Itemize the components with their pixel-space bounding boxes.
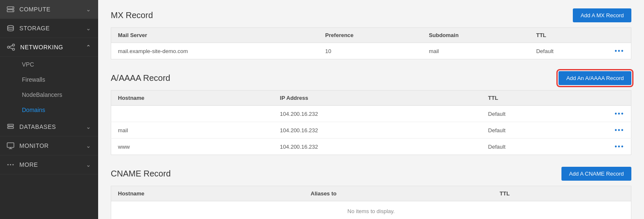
mx-record-header: MX Record Add A MX Record (111, 8, 631, 22)
aaaaa-record-header: A/AAAA Record Add An A/AAAA Record (111, 71, 631, 85)
sub-label-vpc: VPC (22, 61, 34, 68)
svg-point-19 (13, 164, 14, 166)
cname-record-table: Hostname Aliases to TTL No items to disp… (111, 186, 631, 219)
aaaaa-row-actions-1[interactable]: ••• (606, 106, 631, 122)
row-options-menu[interactable]: ••• (615, 143, 624, 150)
server-icon (7, 5, 14, 13)
row-options-menu[interactable]: ••• (615, 110, 624, 117)
mx-record-table: Mail Server Preference Subdomain TTL mai… (111, 27, 631, 59)
mx-subdomain: mail (422, 43, 529, 59)
sidebar-sub-item-domains[interactable]: Domains (0, 102, 98, 118)
main-content: MX Record Add A MX Record Mail Server Pr… (98, 0, 644, 219)
networking-icon (7, 43, 15, 51)
cname-empty-message: No items to display. (111, 201, 631, 219)
mx-col-actions (606, 28, 631, 43)
cname-col-actions (606, 186, 631, 201)
svg-point-6 (13, 44, 15, 46)
svg-point-18 (10, 164, 11, 166)
sidebar-label-databases: DATABASES (19, 123, 56, 130)
sidebar-item-databases[interactable]: DATABASES ⌄ (0, 118, 98, 136)
mx-preference: 10 (318, 43, 422, 59)
sub-label-nodebalancers: NodeBalancers (22, 91, 62, 98)
svg-point-7 (13, 48, 15, 51)
aaaaa-record-table: Hostname IP Address TTL 104.200.16.232 D… (111, 90, 631, 155)
svg-point-3 (12, 11, 13, 11)
aaaaa-record-title: A/AAAA Record (111, 73, 170, 83)
aaaaa-ip-1: 104.200.16.232 (273, 106, 481, 122)
mx-col-subdomain: Subdomain (422, 28, 529, 43)
cname-col-aliases: Aliases to (304, 186, 493, 201)
svg-rect-10 (8, 124, 13, 126)
sub-label-firewalls: Firewalls (22, 76, 45, 83)
svg-line-8 (10, 45, 13, 47)
chevron-down-icon: ⌄ (86, 123, 91, 130)
cname-empty-row: No items to display. (111, 201, 631, 219)
mx-row-actions[interactable]: ••• (606, 43, 631, 59)
sidebar-item-storage[interactable]: STORAGE ⌄ (0, 19, 98, 38)
aaaaa-hostname-1 (111, 106, 273, 122)
aaaaa-record-section: A/AAAA Record Add An A/AAAA Record Hostn… (111, 71, 631, 155)
more-icon (7, 161, 14, 168)
svg-rect-14 (7, 143, 14, 147)
mx-ttl: Default (529, 43, 606, 59)
chevron-up-icon: ⌃ (86, 44, 91, 51)
add-aaaaa-record-button[interactable]: Add An A/AAAA Record (558, 71, 631, 85)
mx-mail-server: mail.example-site-demo.com (111, 43, 319, 59)
aaaaa-col-hostname: Hostname (111, 91, 273, 106)
chevron-down-icon: ⌄ (86, 25, 91, 32)
sidebar-item-more[interactable]: MORE ⌄ (0, 155, 98, 174)
sidebar-label-compute: COMPUTE (19, 6, 51, 13)
svg-point-4 (8, 26, 13, 28)
databases-icon (7, 123, 14, 131)
row-options-menu[interactable]: ••• (615, 126, 624, 134)
mx-col-mail-server: Mail Server (111, 28, 319, 43)
sidebar-sub-item-nodebalancers[interactable]: NodeBalancers (0, 87, 98, 102)
row-options-menu[interactable]: ••• (615, 47, 624, 54)
svg-line-9 (10, 48, 13, 49)
sidebar-label-more: MORE (19, 161, 38, 168)
sub-label-domains: Domains (22, 107, 45, 113)
chevron-down-icon: ⌄ (86, 142, 91, 149)
table-row: 104.200.16.232 Default ••• (111, 106, 631, 122)
svg-point-2 (12, 8, 13, 8)
chevron-down-icon: ⌄ (86, 6, 91, 13)
aaaaa-ip-2: 104.200.16.232 (273, 122, 481, 139)
chevron-down-icon: ⌄ (86, 161, 91, 168)
sidebar-label-storage: STORAGE (19, 25, 50, 32)
mx-record-title: MX Record (111, 11, 153, 20)
table-row: mail.example-site-demo.com 10 mail Defau… (111, 43, 631, 59)
cname-col-hostname: Hostname (111, 186, 304, 201)
cname-record-header: CNAME Record Add A CNAME Record (111, 167, 631, 181)
svg-point-17 (8, 164, 9, 166)
svg-rect-11 (8, 127, 13, 128)
cname-col-ttl: TTL (493, 186, 606, 201)
aaaaa-col-ip: IP Address (273, 91, 481, 106)
mx-col-preference: Preference (318, 28, 422, 43)
aaaaa-ttl-3: Default (481, 139, 606, 155)
aaaaa-col-ttl: TTL (481, 91, 606, 106)
cname-record-title: CNAME Record (111, 169, 171, 179)
table-row: www 104.200.16.232 Default ••• (111, 139, 631, 155)
aaaaa-row-actions-2[interactable]: ••• (606, 122, 631, 139)
aaaaa-ip-3: 104.200.16.232 (273, 139, 481, 155)
table-row: mail 104.200.16.232 Default ••• (111, 122, 631, 139)
mx-record-section: MX Record Add A MX Record Mail Server Pr… (111, 8, 631, 59)
svg-point-5 (8, 46, 10, 48)
aaaaa-hostname-2: mail (111, 122, 273, 139)
aaaaa-hostname-3: www (111, 139, 273, 155)
add-mx-record-button[interactable]: Add A MX Record (573, 8, 631, 22)
aaaaa-row-actions-3[interactable]: ••• (606, 139, 631, 155)
mx-col-ttl: TTL (529, 28, 606, 43)
sidebar: COMPUTE ⌄ STORAGE ⌄ NETWORKING ⌃ (0, 0, 98, 219)
sidebar-sub-item-vpc[interactable]: VPC (0, 57, 98, 72)
sidebar-item-compute[interactable]: COMPUTE ⌄ (0, 0, 98, 19)
aaaaa-col-actions (606, 91, 631, 106)
add-cname-record-button[interactable]: Add A CNAME Record (561, 167, 631, 181)
storage-icon (7, 24, 14, 32)
sidebar-item-networking[interactable]: NETWORKING ⌃ (0, 38, 98, 57)
sidebar-label-monitor: MONITOR (19, 142, 49, 149)
cname-record-section: CNAME Record Add A CNAME Record Hostname… (111, 167, 631, 219)
sidebar-item-monitor[interactable]: MONITOR ⌄ (0, 136, 98, 155)
monitor-icon (7, 142, 14, 150)
sidebar-sub-item-firewalls[interactable]: Firewalls (0, 72, 98, 87)
